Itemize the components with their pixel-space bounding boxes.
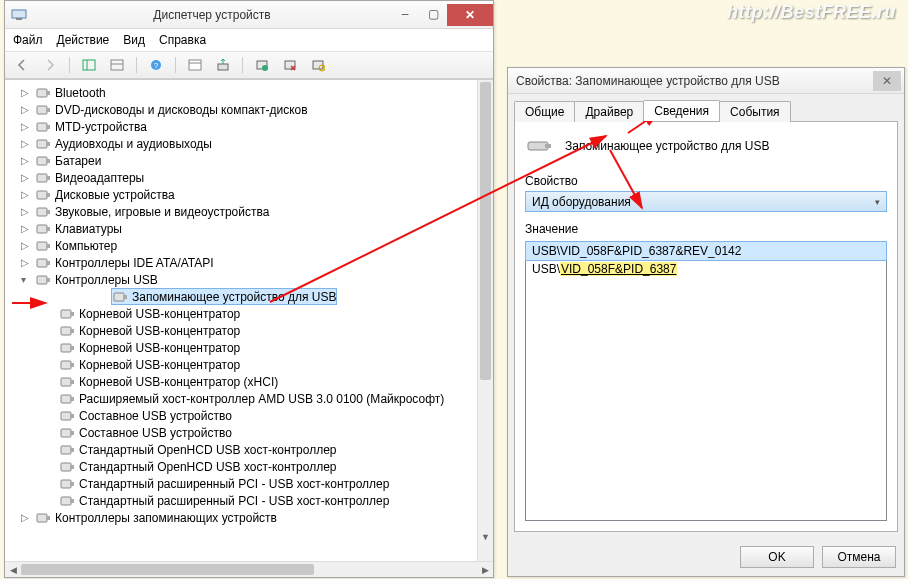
expand-arrow-icon[interactable]: ▷ xyxy=(21,138,33,149)
expand-arrow-icon[interactable]: ▷ xyxy=(21,257,33,268)
horizontal-scrollbar[interactable]: ◀ ▶ xyxy=(5,561,493,577)
tree-node[interactable]: Составное USB устройство xyxy=(7,424,477,441)
expand-arrow-icon[interactable]: ▷ xyxy=(21,240,33,251)
expand-arrow-icon[interactable]: ▷ xyxy=(21,121,33,132)
tree-node-label: Стандартный расширенный PCI - USB хост-к… xyxy=(79,494,389,508)
dialog-titlebar[interactable]: Свойства: Запоминающее устройство для US… xyxy=(508,68,904,94)
device-icon xyxy=(59,459,75,475)
forward-button[interactable] xyxy=(39,55,61,75)
expand-arrow-icon[interactable]: ▷ xyxy=(21,104,33,115)
tree-node[interactable]: ▷Аудиовходы и аудиовыходы xyxy=(7,135,477,152)
expand-arrow-icon[interactable]: ▷ xyxy=(21,155,33,166)
expand-arrow-icon[interactable]: ▷ xyxy=(21,223,33,234)
tree-node[interactable]: ▷DVD-дисководы и дисководы компакт-диско… xyxy=(7,101,477,118)
value-row[interactable]: USB\VID_058F&PID_6387&REV_0142 xyxy=(525,241,887,261)
expand-arrow-icon[interactable]: ▾ xyxy=(21,274,33,285)
expand-arrow-icon[interactable]: ▷ xyxy=(21,172,33,183)
svg-rect-62 xyxy=(70,465,74,469)
tab-details[interactable]: Сведения xyxy=(643,100,720,121)
help-button[interactable]: ? xyxy=(145,55,167,75)
tree-node[interactable]: ▷Контроллеры запоминающих устройств xyxy=(7,509,477,526)
tree-node[interactable]: ▷Видеоадаптеры xyxy=(7,169,477,186)
titlebar[interactable]: Диспетчер устройств – ▢ ✕ xyxy=(5,1,493,29)
minimize-button[interactable]: – xyxy=(391,4,419,24)
tree-node[interactable]: Стандартный расширенный PCI - USB хост-к… xyxy=(7,475,477,492)
svg-rect-65 xyxy=(61,497,71,505)
toolbar-separator xyxy=(242,57,243,73)
svg-rect-49 xyxy=(61,361,71,369)
dialog-close-button[interactable]: ✕ xyxy=(873,71,901,91)
tree-node[interactable]: Корневой USB-концентратор xyxy=(7,322,477,339)
device-icon xyxy=(35,136,51,152)
expand-arrow-icon[interactable]: ▷ xyxy=(21,87,33,98)
tree-node[interactable]: Стандартный OpenHCD USB хост-контроллер xyxy=(7,458,477,475)
tree-node[interactable]: Корневой USB-концентратор (xHCI) xyxy=(7,373,477,390)
tree-node-label: Запоминающее устройство для USB xyxy=(132,290,336,304)
properties-button[interactable] xyxy=(184,55,206,75)
tree-node[interactable]: Стандартный расширенный PCI - USB хост-к… xyxy=(7,492,477,509)
scan-button[interactable] xyxy=(212,55,234,75)
tree-node[interactable]: Корневой USB-концентратор xyxy=(7,339,477,356)
expand-arrow-icon[interactable]: ▷ xyxy=(21,189,33,200)
tab-general[interactable]: Общие xyxy=(514,101,575,122)
expand-arrow-icon[interactable]: ▷ xyxy=(21,206,33,217)
scroll-right-icon[interactable]: ▶ xyxy=(477,562,493,577)
uninstall-button[interactable] xyxy=(279,55,301,75)
scroll-thumb[interactable] xyxy=(480,82,491,380)
tree-node-selected[interactable]: Запоминающее устройство для USB xyxy=(7,288,477,305)
svg-rect-10 xyxy=(218,64,228,70)
values-listbox[interactable]: USB\VID_058F&PID_6387&REV_0142 USB\VID_0… xyxy=(525,241,887,521)
disable-button[interactable] xyxy=(307,55,329,75)
menu-help[interactable]: Справка xyxy=(159,33,206,47)
svg-rect-68 xyxy=(46,516,50,520)
tree-node[interactable]: ▷Батареи xyxy=(7,152,477,169)
svg-rect-34 xyxy=(46,227,50,231)
back-button[interactable] xyxy=(11,55,33,75)
device-icon xyxy=(35,102,51,118)
tree-node[interactable]: ▷Контроллеры IDE ATA/ATAPI xyxy=(7,254,477,271)
menu-file[interactable]: Файл xyxy=(13,33,43,47)
show-hide-button[interactable] xyxy=(78,55,100,75)
property-combo[interactable]: ИД оборудования ▾ xyxy=(525,191,887,212)
tree-node[interactable]: ▷MTD-устройства xyxy=(7,118,477,135)
tree-node-label: Клавиатуры xyxy=(55,222,122,236)
scroll-down-icon[interactable]: ▼ xyxy=(478,529,493,545)
ok-button[interactable]: OK xyxy=(740,546,814,568)
tree-node[interactable]: Стандартный OpenHCD USB хост-контроллер xyxy=(7,441,477,458)
value-row[interactable]: USB\VID_058F&PID_6387 xyxy=(526,260,886,278)
tree-node-label: Стандартный OpenHCD USB хост-контроллер xyxy=(79,460,337,474)
scroll-thumb[interactable] xyxy=(21,564,314,575)
tree-node[interactable]: ▾Контроллеры USB xyxy=(7,271,477,288)
menu-view[interactable]: Вид xyxy=(123,33,145,47)
value-prefix: USB\ xyxy=(532,262,560,276)
usb-device-icon xyxy=(525,132,553,160)
close-button[interactable]: ✕ xyxy=(447,4,493,26)
tree-node[interactable]: Расширяемый хост-контроллер AMD USB 3.0 … xyxy=(7,390,477,407)
svg-rect-4 xyxy=(111,60,123,70)
expand-arrow-icon[interactable]: ▷ xyxy=(21,512,33,523)
tree-node[interactable]: ▷Клавиатуры xyxy=(7,220,477,237)
tree-node[interactable]: ▷Звуковые, игровые и видеоустройства xyxy=(7,203,477,220)
tab-driver[interactable]: Драйвер xyxy=(574,101,644,122)
view-button[interactable] xyxy=(106,55,128,75)
vertical-scrollbar[interactable]: ▲ ▼ xyxy=(477,80,493,561)
svg-rect-66 xyxy=(70,499,74,503)
tab-events[interactable]: События xyxy=(719,101,791,122)
menu-action[interactable]: Действие xyxy=(57,33,110,47)
tree-node[interactable]: ▷Дисковые устройства xyxy=(7,186,477,203)
tree-node[interactable]: ▷Компьютер xyxy=(7,237,477,254)
cancel-button[interactable]: Отмена xyxy=(822,546,896,568)
tree-node[interactable]: ▷Bluetooth xyxy=(7,84,477,101)
scroll-left-icon[interactable]: ◀ xyxy=(5,562,21,577)
tree-node[interactable]: Корневой USB-концентратор xyxy=(7,356,477,373)
device-icon xyxy=(35,255,51,271)
device-icon xyxy=(35,85,51,101)
device-icon xyxy=(35,510,51,526)
tree-node-label: Контроллеры запоминающих устройств xyxy=(55,511,277,525)
device-tree[interactable]: ▷Bluetooth▷DVD-дисководы и дисководы ком… xyxy=(5,80,477,561)
tree-node[interactable]: Корневой USB-концентратор xyxy=(7,305,477,322)
tree-node[interactable]: Составное USB устройство xyxy=(7,407,477,424)
svg-rect-0 xyxy=(12,10,26,18)
update-driver-button[interactable] xyxy=(251,55,273,75)
maximize-button[interactable]: ▢ xyxy=(419,4,447,24)
